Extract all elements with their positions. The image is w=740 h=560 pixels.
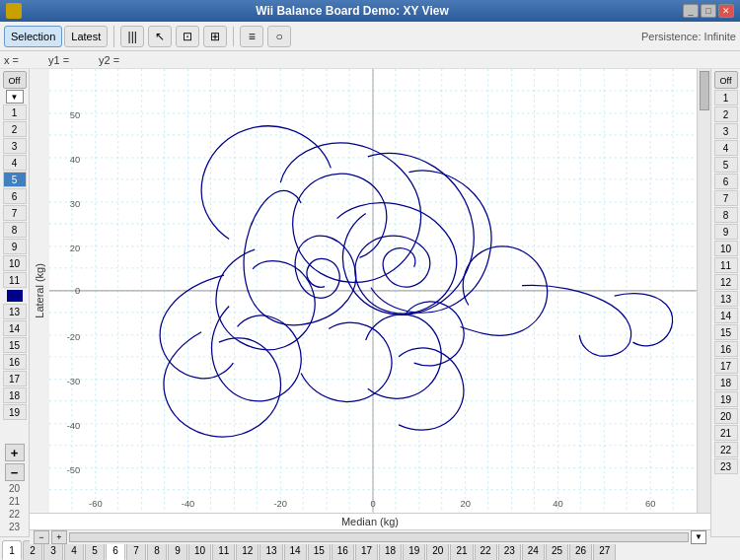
left-ch-6[interactable]: 6: [3, 188, 27, 204]
svg-text:0: 0: [370, 498, 375, 509]
minimize-button[interactable]: _: [683, 4, 699, 18]
right-ch-8[interactable]: 8: [714, 207, 738, 223]
chart-with-yaxis: Lateral (kg): [30, 69, 710, 513]
right-ch-3[interactable]: 3: [714, 123, 738, 139]
persistence-label: Persistence: Infinite: [641, 31, 736, 42]
left-ch-17[interactable]: 17: [3, 371, 27, 386]
left-ch-5[interactable]: 5: [3, 172, 27, 187]
separator-1: [233, 27, 234, 46]
circle-button[interactable]: ○: [267, 26, 291, 47]
svg-text:-30: -30: [67, 376, 81, 386]
left-ch-18[interactable]: 18: [3, 387, 27, 403]
scroll-left-button[interactable]: −: [34, 530, 49, 544]
left-sidebar: Off ▼ 1 2 3 4 5 6 7 8 9 10 11 13 14 15 1…: [0, 69, 30, 536]
left-ch-7[interactable]: 7: [3, 205, 27, 221]
right-ch-14[interactable]: 14: [714, 308, 738, 323]
scrollbar-thumb[interactable]: [700, 71, 709, 110]
left-ch-3[interactable]: 3: [3, 138, 27, 154]
right-ch-5[interactable]: 5: [714, 157, 738, 173]
left-ch-22[interactable]: 22: [9, 509, 20, 520]
right-ch-16[interactable]: 16: [714, 341, 738, 357]
zoom-in-button[interactable]: +: [5, 444, 25, 461]
left-ch-19[interactable]: 19: [3, 404, 27, 420]
left-ch-20[interactable]: 20: [9, 483, 20, 494]
svg-text:-50: -50: [67, 464, 81, 475]
right-ch-1[interactable]: 1: [714, 90, 738, 105]
x-scroll-dropdown[interactable]: ▼: [691, 530, 706, 544]
svg-text:-60: -60: [89, 498, 103, 509]
tab-group: Selection Latest: [4, 26, 114, 47]
left-ch-16[interactable]: 16: [3, 354, 27, 370]
svg-text:30: 30: [70, 198, 80, 209]
left-ch-4[interactable]: 4: [3, 155, 27, 171]
grid-button[interactable]: ≡: [240, 26, 263, 47]
right-scrollbar[interactable]: [697, 69, 710, 513]
pause-button[interactable]: |||: [120, 26, 144, 47]
toolbar: Selection Latest ||| ↖ ⊡ ⊞ ≡ ○ Persisten…: [0, 22, 740, 51]
axis-labels-row: x = y1 = y2 =: [0, 51, 740, 69]
right-ch-9[interactable]: 9: [714, 224, 738, 240]
left-ch-2[interactable]: 2: [3, 121, 27, 137]
right-ch-13[interactable]: 13: [714, 291, 738, 307]
title-bar: Wii Balance Board Demo: XY View _ □ ✕: [0, 0, 740, 22]
window-title: Wii Balance Board Demo: XY View: [22, 4, 683, 18]
svg-text:-20: -20: [274, 498, 288, 509]
zoom-select-button[interactable]: ⊡: [176, 26, 199, 47]
svg-text:-20: -20: [67, 331, 81, 342]
right-ch-23[interactable]: 23: [714, 458, 738, 474]
x-scroll-track[interactable]: [69, 532, 689, 542]
right-ch-7[interactable]: 7: [714, 190, 738, 206]
left-ch-23[interactable]: 23: [9, 522, 20, 532]
left-sidebar-top: Off ▼ 1 2 3 4 5 6 7 8 9 10 11 13 14 15 1…: [0, 69, 29, 422]
cursor-button[interactable]: ↖: [148, 26, 172, 47]
right-ch-12[interactable]: 12: [714, 274, 738, 290]
right-ch-15[interactable]: 15: [714, 324, 738, 340]
chart-svg-area[interactable]: 50 40 30 20 0 -20 -30 -40 -50 -60 -40: [49, 69, 697, 513]
right-sidebar: Off 1 2 3 4 5 6 7 8 9 10 11 12 13 14 15 …: [710, 69, 740, 536]
y2-axis-label: y2 =: [99, 54, 119, 66]
right-ch-21[interactable]: 21: [714, 425, 738, 441]
close-button[interactable]: ✕: [718, 4, 734, 18]
left-ch-9[interactable]: 9: [3, 239, 27, 254]
right-ch-6[interactable]: 6: [714, 174, 738, 189]
right-ch-17[interactable]: 17: [714, 358, 738, 374]
left-ch-11[interactable]: 11: [3, 272, 27, 288]
right-ch-19[interactable]: 19: [714, 391, 738, 407]
x-axis-label: x =: [4, 54, 19, 66]
left-ch-10[interactable]: 10: [3, 255, 27, 271]
window-controls: _ □ ✕: [683, 4, 734, 18]
left-ch-21[interactable]: 21: [9, 496, 20, 507]
channel-color-indicator: [7, 290, 23, 302]
zoom-out-button[interactable]: −: [5, 463, 25, 481]
maximize-button[interactable]: □: [701, 4, 716, 18]
right-ch-4[interactable]: 4: [714, 140, 738, 156]
right-ch-10[interactable]: 10: [714, 241, 738, 256]
svg-text:20: 20: [461, 498, 471, 509]
selection-tab[interactable]: Selection: [4, 26, 62, 47]
left-off-button[interactable]: Off: [3, 71, 27, 89]
left-ch-1[interactable]: 1: [3, 105, 27, 120]
bottom-tab-1[interactable]: 1: [2, 540, 22, 560]
left-ch-15[interactable]: 15: [3, 337, 27, 353]
left-ch-14[interactable]: 14: [3, 320, 27, 336]
right-ch-20[interactable]: 20: [714, 408, 738, 424]
right-ch-22[interactable]: 22: [714, 442, 738, 457]
right-ch-11[interactable]: 11: [714, 257, 738, 273]
left-ch-13[interactable]: 13: [3, 304, 27, 319]
left-sidebar-dropdown[interactable]: ▼: [6, 90, 24, 104]
svg-text:60: 60: [645, 498, 655, 509]
latest-tab[interactable]: Latest: [64, 26, 108, 47]
zoom-box-button[interactable]: ⊞: [203, 26, 227, 47]
svg-text:-40: -40: [67, 420, 81, 431]
left-zoom-buttons: + − 20 21 22 23: [0, 440, 29, 536]
right-ch-2[interactable]: 2: [714, 106, 738, 122]
scroll-right-button[interactable]: +: [51, 530, 67, 544]
x-scroll-area: − + ▼: [30, 529, 710, 544]
right-ch-18[interactable]: 18: [714, 375, 738, 390]
right-off-button[interactable]: Off: [714, 71, 738, 89]
svg-text:-40: -40: [182, 498, 195, 509]
left-ch-8[interactable]: 8: [3, 222, 27, 238]
y1-axis-label: y1 =: [48, 54, 69, 66]
svg-text:40: 40: [70, 154, 80, 165]
right-sidebar-top: Off 1 2 3 4 5 6 7 8 9 10 11 12 13 14 15 …: [711, 69, 740, 476]
